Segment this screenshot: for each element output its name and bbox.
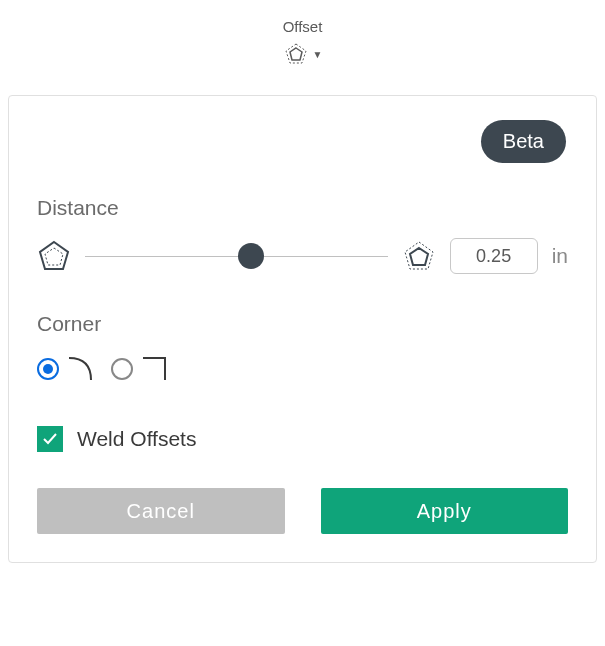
distance-unit: in: [552, 244, 568, 268]
slider-thumb[interactable]: [238, 243, 264, 269]
tool-dropdown[interactable]: ▼: [283, 41, 323, 67]
distance-row: in: [37, 238, 568, 274]
distance-slider[interactable]: [85, 242, 388, 270]
weld-offsets-row: Weld Offsets: [37, 426, 568, 452]
weld-offsets-label: Weld Offsets: [77, 427, 196, 451]
offset-inward-icon: [37, 239, 71, 273]
corner-round-option[interactable]: [37, 354, 95, 384]
apply-button[interactable]: Apply: [321, 488, 569, 534]
slider-track: [85, 256, 388, 257]
cancel-button[interactable]: Cancel: [37, 488, 285, 534]
distance-input[interactable]: [450, 238, 538, 274]
corner-options: [37, 354, 568, 384]
distance-label: Distance: [37, 196, 568, 220]
check-icon: [41, 430, 59, 448]
action-buttons: Cancel Apply: [37, 488, 568, 534]
offset-outward-icon: [402, 239, 436, 273]
radio-icon: [111, 358, 133, 380]
corner-square-option[interactable]: [111, 354, 169, 384]
svg-marker-5: [410, 248, 428, 265]
offset-settings-panel: Beta Distance in Corner: [8, 95, 597, 563]
corner-label: Corner: [37, 312, 568, 336]
svg-marker-1: [290, 48, 302, 60]
offset-pentagon-icon: [283, 41, 309, 67]
beta-badge: Beta: [481, 120, 566, 163]
chevron-down-icon: ▼: [313, 49, 323, 60]
weld-offsets-checkbox[interactable]: [37, 426, 63, 452]
radio-icon: [37, 358, 59, 380]
round-corner-icon: [65, 354, 95, 384]
tool-header: Offset ▼: [0, 0, 605, 71]
tool-title: Offset: [0, 18, 605, 35]
svg-marker-3: [45, 248, 63, 265]
square-corner-icon: [139, 354, 169, 384]
